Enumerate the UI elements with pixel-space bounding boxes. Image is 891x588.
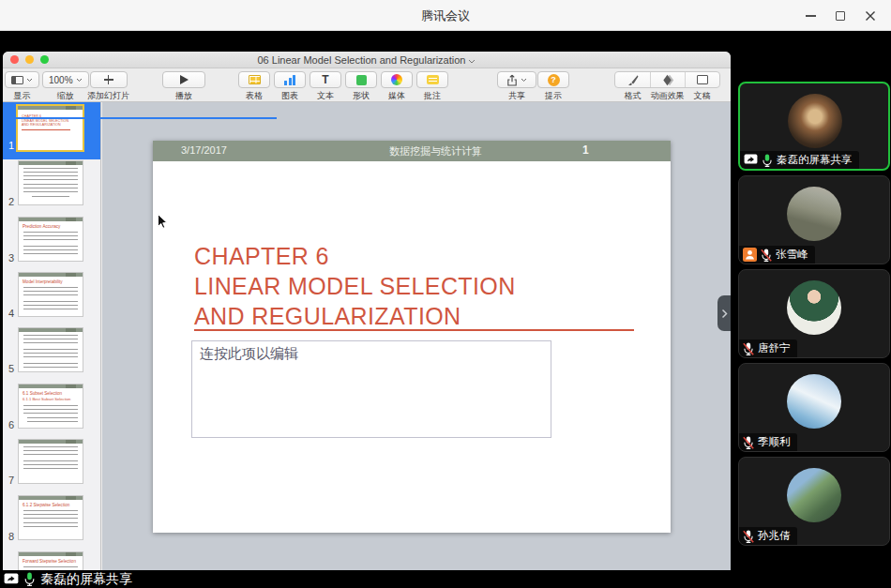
plus-icon [104, 75, 113, 84]
slide-number: 4 [7, 308, 16, 319]
zoom-button[interactable]: 100% 缩放 [42, 71, 89, 102]
play-button[interactable]: 播放 [162, 71, 205, 102]
keynote-content: 1 CHAPTER 6 LINEAR MODEL SELECTION AND R… [3, 102, 731, 570]
screen-share-icon [4, 573, 19, 586]
slide-thumbnail-5[interactable] [18, 327, 83, 372]
slide-page-number: 1 [582, 143, 589, 157]
participant-label: 季顺利 [739, 433, 797, 451]
slide-number: 1 [7, 140, 16, 151]
slide-thumbnail-2[interactable] [18, 160, 83, 205]
table-button[interactable]: 表格 [238, 71, 270, 102]
slide-course-title: 数据挖掘与统计计算 [389, 144, 482, 158]
slide-number: 2 [7, 196, 16, 207]
slide-thumbnail-3[interactable]: Prediction Accuracy [18, 217, 83, 262]
participant-tile-sunzhaoqian[interactable]: 孙兆倩 [738, 457, 890, 546]
tips-button[interactable]: ? 提示 [537, 71, 569, 102]
slide-thumbnail-8[interactable]: 6.1.2 Stepwise Selection [18, 495, 83, 540]
media-icon [391, 74, 402, 85]
participant-tile-jishunli[interactable]: 季顺利 [738, 363, 890, 452]
slide-thumbnail-7[interactable] [18, 439, 83, 484]
mic-on-icon [23, 572, 36, 586]
text-button[interactable]: T 文本 [310, 71, 341, 102]
text-icon: T [322, 75, 328, 85]
keynote-titlebar: 06 Linear Model Selection and Regulariza… [3, 52, 731, 68]
mic-muted-icon [743, 342, 754, 355]
maximize-button[interactable] [825, 0, 855, 31]
shape-icon [356, 75, 367, 85]
participant-label: 张雪峰 [739, 246, 815, 264]
participant-tile-tangshuning[interactable]: 唐舒宁 [738, 269, 890, 358]
slide-number: 8 [7, 531, 16, 542]
participant-label: 秦磊的屏幕共享 [740, 151, 859, 169]
add-slide-button[interactable]: 添加幻灯片 [87, 71, 129, 102]
keynote-toolbar: 显示 100% 缩放 添加幻灯片 播放 表格 图表 T 文本 形状 [3, 68, 731, 102]
toolbar-blue-indicator [3, 117, 277, 119]
inspector-segmented-control: 格式 动画效果 文稿 [614, 71, 720, 102]
window-controls [795, 0, 885, 31]
play-icon [180, 75, 189, 84]
document-button[interactable] [685, 72, 719, 87]
slide-number: 5 [7, 363, 16, 374]
title-underline [194, 329, 634, 331]
slide-thumbnail-1[interactable]: CHAPTER 6 LINEAR MODEL SELECTION AND REG… [16, 104, 84, 152]
slide-thumbnail-4[interactable]: Model Interpretability [18, 272, 83, 317]
slide-thumbnail-panel: 1 CHAPTER 6 LINEAR MODEL SELECTION AND R… [3, 102, 101, 570]
app-title: 腾讯会议 [0, 0, 891, 31]
document-title: 06 Linear Model Selection and Regulariza… [3, 52, 731, 68]
minimize-button[interactable] [795, 0, 825, 31]
current-slide: 3/17/2017 数据挖掘与统计计算 1 CHAPTER 6 LINEAR M… [153, 141, 671, 533]
mic-muted-icon [743, 436, 754, 449]
participant-tile-zhangxuefeng[interactable]: 张雪峰 [738, 175, 890, 264]
mic-muted-icon [743, 530, 754, 543]
screen-share-icon [744, 154, 758, 166]
chevron-down-icon [76, 78, 83, 83]
paintbrush-icon [627, 74, 639, 86]
chevron-down-icon [521, 78, 527, 83]
host-badge-icon [743, 248, 757, 262]
slide-canvas: 3/17/2017 数据挖掘与统计计算 1 CHAPTER 6 LINEAR M… [102, 102, 731, 570]
avatar [787, 374, 841, 429]
participant-label: 孙兆倩 [739, 527, 797, 545]
participant-label: 唐舒宁 [739, 339, 797, 357]
comment-icon [427, 75, 439, 84]
document-icon [697, 75, 708, 84]
maximize-icon [836, 11, 845, 21]
avatar [787, 468, 841, 522]
screen-share-banner: 秦磊的屏幕共享 [0, 570, 140, 588]
view-button[interactable]: 显示 [5, 71, 39, 102]
media-button[interactable]: 媒体 [381, 71, 413, 102]
chevron-down-icon [468, 59, 476, 64]
close-button[interactable] [855, 0, 885, 31]
avatar [788, 94, 842, 148]
slide-number: 7 [7, 475, 16, 486]
participant-tile-qinlei[interactable]: 秦磊的屏幕共享 [738, 82, 890, 171]
slide-title[interactable]: CHAPTER 6 LINEAR MODEL SELECTION AND REG… [194, 241, 516, 331]
chart-button[interactable]: 图表 [274, 71, 306, 102]
avatar [787, 187, 841, 241]
zoom-value: 100% [49, 75, 73, 85]
avatar [787, 280, 841, 335]
chart-icon [284, 75, 295, 85]
slide-date: 3/17/2017 [181, 144, 227, 156]
view-icon [11, 76, 23, 84]
share-icon [506, 74, 518, 86]
slide-thumbnail-9[interactable]: Forward Stepwise Selection [18, 551, 83, 570]
sidebar-collapse-tab[interactable] [717, 295, 731, 331]
share-button[interactable]: 共享 [497, 71, 536, 102]
mic-on-icon [762, 154, 773, 167]
format-button[interactable] [615, 72, 650, 87]
chevron-down-icon [26, 78, 33, 83]
slide-thumbnail-6[interactable]: 6.1 Subset Selection 6.1.1 Best Subset S… [18, 384, 83, 429]
minimize-icon [806, 15, 816, 17]
shared-screen-keynote-window: 06 Linear Model Selection and Regulariza… [3, 52, 731, 570]
mic-muted-icon [761, 249, 772, 262]
tips-icon: ? [548, 74, 560, 86]
comment-button[interactable]: 批注 [416, 71, 448, 102]
slide-number: 3 [7, 252, 16, 264]
close-icon [865, 10, 876, 22]
text-placeholder-box[interactable]: 连按此项以编辑 [191, 340, 551, 438]
animate-diamond-icon [661, 74, 674, 86]
animate-button[interactable] [650, 72, 685, 87]
shape-button[interactable]: 形状 [345, 71, 377, 102]
slide-header-bar: 3/17/2017 数据挖掘与统计计算 1 [153, 141, 671, 161]
